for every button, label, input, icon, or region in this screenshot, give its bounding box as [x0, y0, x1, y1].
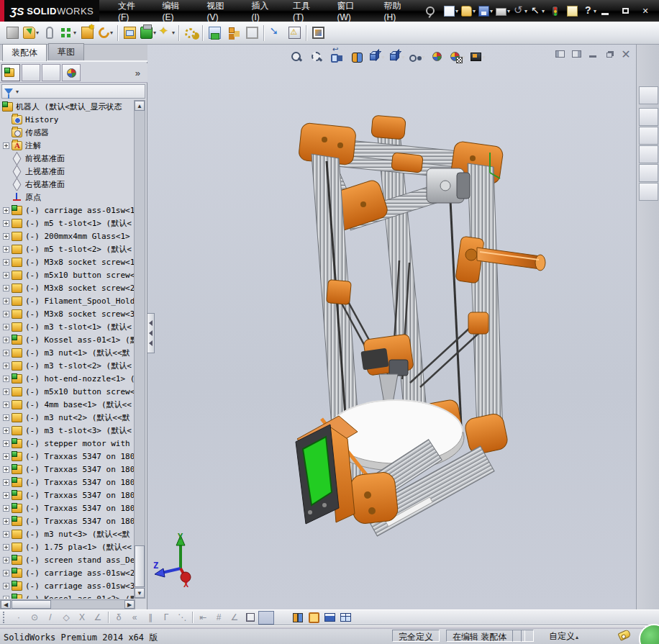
tree-item[interactable]: (-) M3x8 socket screw<2 [0, 281, 134, 294]
help-corner-badge[interactable] [639, 624, 659, 644]
scroll-down-arrow[interactable]: ▼ [135, 588, 145, 598]
tree-item[interactable]: 右视基准面 [0, 178, 134, 191]
view-tool-button[interactable] [469, 48, 486, 65]
horizontal-scroll-thumb[interactable] [12, 600, 51, 609]
tree-item[interactable]: (-) Kossel ass-01<2> (默 [0, 592, 134, 599]
quick-tool-button[interactable] [547, 3, 563, 19]
featuremanager-tree-tab[interactable] [1, 64, 20, 81]
toolbar-button[interactable] [96, 24, 115, 42]
expand-toggle-icon[interactable] [3, 440, 9, 447]
doc-restore-icon[interactable] [604, 49, 615, 59]
bottom-tool-button[interactable] [195, 611, 211, 625]
quick-tips-tag-icon[interactable] [617, 629, 631, 641]
expand-toggle-icon[interactable] [3, 479, 9, 486]
tree-item[interactable]: (-) screen stand ass_De [0, 553, 134, 566]
tree-item[interactable]: (-) m3 t-slot<1> (默认< [0, 320, 134, 333]
tree-item[interactable]: 上视基准面 [0, 165, 134, 178]
toolbar-button[interactable] [266, 24, 285, 42]
tree-item[interactable]: (-) 1.75 pla<1> (默认<< [0, 540, 134, 553]
bottom-tool-button[interactable] [290, 611, 306, 625]
bottom-tool-button[interactable] [242, 611, 258, 625]
scroll-left-arrow[interactable]: ◀ [1, 600, 11, 609]
quick-tool-button[interactable] [460, 3, 476, 19]
tree-item[interactable]: (-) m3 nut<3> (默认<<默 [0, 527, 134, 540]
tree-item[interactable]: (-) carriage ass-01sw<1 [0, 204, 134, 217]
graphics-viewport[interactable]: ✕ Y Z X [147, 45, 636, 609]
toolbar-button[interactable] [40, 24, 59, 42]
bottom-tool-button[interactable] [258, 611, 274, 625]
tree-item[interactable]: (-) Traxxas 5347 on 180 [0, 502, 134, 514]
expand-toggle-icon[interactable] [3, 285, 9, 291]
bottom-tool-button[interactable]: · [11, 611, 27, 625]
tree-item[interactable]: (-) m5 t-slot<1> (默认< [0, 217, 134, 230]
expand-toggle-icon[interactable] [3, 272, 9, 278]
tree-item[interactable]: (-) m5x10 button screw< [0, 268, 134, 281]
bottom-tool-button[interactable] [322, 611, 337, 625]
expand-toggle-icon[interactable] [3, 402, 9, 408]
bottom-tool-button[interactable] [211, 611, 227, 625]
view-tool-button[interactable] [388, 48, 406, 65]
toolbar-button[interactable] [181, 24, 200, 42]
quick-tool-button[interactable] [512, 3, 528, 19]
expand-toggle-icon[interactable] [3, 337, 9, 343]
tree-item[interactable]: 前视基准面 [0, 152, 134, 165]
tree-item[interactable]: (-) Traxxas 5347 on 180 [0, 476, 134, 489]
toolbar-button[interactable] [59, 24, 78, 42]
tree-horizontal-scrollbar[interactable]: ◀ ▶ [0, 599, 135, 609]
bottom-tool-button[interactable]: ∠ [90, 611, 106, 625]
toolbar-button[interactable] [242, 24, 261, 42]
tree-item[interactable]: 原点 [0, 191, 134, 204]
bottom-tool-button[interactable]: X [74, 611, 90, 625]
bottom-tool-button[interactable]: Γ [158, 611, 174, 625]
expand-toggle-icon[interactable] [3, 466, 9, 473]
expand-toggle-icon[interactable] [3, 596, 9, 599]
expand-toggle-icon[interactable] [3, 233, 9, 240]
bottom-tool-button[interactable]: δ [111, 611, 127, 625]
split-left-pane-icon[interactable] [554, 49, 565, 59]
pin-icon[interactable] [426, 6, 435, 15]
doc-minimize-icon[interactable] [587, 49, 599, 59]
expand-toggle-icon[interactable] [3, 518, 9, 525]
tree-item[interactable]: 传感器 [0, 126, 134, 139]
tree-item[interactable]: (-) hot-end-nozzle<1> ( [0, 372, 134, 385]
expand-toggle-icon[interactable] [3, 376, 9, 382]
expand-toggle-icon[interactable] [3, 259, 9, 266]
expand-toggle-icon[interactable] [3, 207, 9, 214]
expand-toggle-icon[interactable] [3, 142, 9, 149]
bottom-tool-button[interactable] [274, 611, 290, 625]
tree-item[interactable]: (-) m5x10 button screw< [0, 385, 134, 398]
tree-item[interactable]: (-) M3x8 socket screw<1 [0, 255, 134, 268]
tree-root[interactable]: 机器人 (默认<默认_显示状态 [0, 100, 134, 113]
expand-toggle-icon[interactable] [3, 531, 9, 538]
expand-toggle-icon[interactable] [3, 311, 9, 317]
restore-button[interactable] [617, 4, 633, 17]
expand-toggle-icon[interactable] [3, 246, 9, 253]
expand-toggle-icon[interactable] [3, 427, 9, 434]
toolbar-button[interactable] [3, 24, 22, 42]
displaymanager-tab[interactable] [62, 64, 81, 81]
tree-item[interactable]: (-) m5 t-slot<2> (默认< [0, 242, 134, 255]
tree-filter[interactable]: ▾ [1, 84, 145, 99]
quick-tool-button[interactable] [581, 3, 597, 19]
bottom-tool-button[interactable]: / [42, 611, 58, 625]
toolbar-button[interactable] [139, 24, 158, 42]
configurationmanager-tab[interactable] [42, 64, 60, 81]
expand-toggle-icon[interactable] [3, 324, 9, 330]
bottom-tool-button[interactable] [227, 611, 242, 625]
toolbar-button[interactable] [309, 24, 327, 42]
expand-toggle-icon[interactable] [3, 298, 9, 304]
view-tool-button[interactable] [308, 48, 325, 65]
tree-item[interactable]: (-) M3x8 socket screw<3 [0, 307, 134, 320]
tree-item[interactable]: (-) carriage ass-01sw<3 [0, 579, 134, 592]
quick-tool-button[interactable] [443, 3, 459, 19]
solidworks-resources-button[interactable] [639, 86, 658, 104]
view-tool-button[interactable] [409, 48, 426, 65]
tree-item[interactable]: 注解 [0, 139, 134, 152]
panel-collapse-handle[interactable] [147, 313, 155, 353]
document-tab[interactable]: 装配体 [2, 44, 47, 61]
expand-toggle-icon[interactable] [3, 350, 9, 356]
quick-tool-button[interactable] [478, 3, 494, 19]
expand-toggle-icon[interactable] [3, 220, 9, 227]
bottom-tool-button[interactable]: « [127, 611, 142, 625]
tree-item[interactable]: (-) Traxxas 5347 on 180 [0, 514, 134, 527]
